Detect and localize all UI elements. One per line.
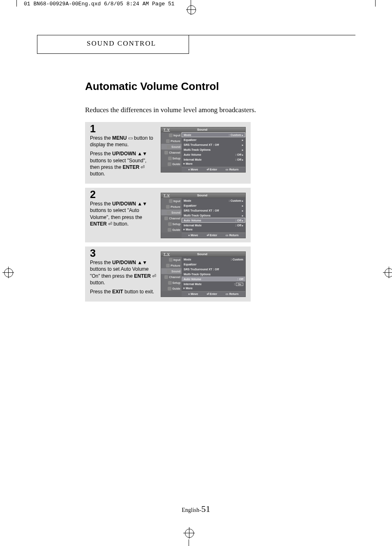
tv-header: T VSound bbox=[161, 252, 245, 257]
tv-sidebar-item[interactable]: Channel bbox=[161, 274, 182, 280]
sidebar-icon bbox=[168, 287, 171, 290]
sidebar-icon bbox=[169, 134, 173, 137]
tv-menu-row[interactable]: Equalizer bbox=[182, 262, 245, 267]
row-value: ▸ bbox=[242, 143, 243, 146]
tv-menu-panel: T VSoundInputPictureSoundChannelSetupGui… bbox=[161, 193, 246, 238]
tv-footer-hint: ⏎ Enter bbox=[207, 293, 217, 296]
chevron-right-icon: ▸ bbox=[242, 149, 243, 151]
tv-menu-row[interactable]: Internal Mute: Off ▸ bbox=[182, 223, 245, 228]
steps-container: 1Press the MENU ▭ button to display the … bbox=[85, 122, 251, 306]
tv-menu-row[interactable]: Multi-Track Options ▸ bbox=[182, 147, 245, 152]
tv-label: T V bbox=[164, 194, 170, 197]
tv-header: T VSound bbox=[161, 193, 245, 198]
tv-footer: ♦ Move⏎ Enter▭ Return bbox=[182, 233, 245, 238]
tv-menu-row[interactable]: Auto Volume: Off bbox=[182, 276, 245, 281]
tv-sidebar-item[interactable]: Input bbox=[161, 198, 182, 204]
row-value: : On bbox=[234, 283, 243, 286]
row-label: Auto Volume bbox=[184, 278, 201, 281]
tv-sidebar-item[interactable]: Picture bbox=[161, 138, 182, 144]
tv-footer-hint: ▭ Return bbox=[226, 293, 239, 296]
tv-menu-title: Sound bbox=[197, 252, 208, 256]
tv-menu-row[interactable]: Mode: Custom bbox=[182, 257, 245, 262]
step-number: 2 bbox=[90, 189, 157, 200]
tv-sidebar-item[interactable]: Input bbox=[161, 257, 182, 263]
tv-menu-panel: T VSoundInputPictureSoundChannelSetupGui… bbox=[161, 127, 246, 173]
row-value: ▸ bbox=[242, 214, 243, 217]
row-value: : Off bbox=[238, 278, 243, 281]
tv-menu-row[interactable]: Multi-Track Options bbox=[182, 272, 245, 276]
tv-sidebar-item[interactable]: Setup bbox=[161, 155, 182, 161]
tv-menu-row[interactable]: Mode: Custom ▸ bbox=[182, 132, 245, 137]
tv-sidebar-item[interactable]: Setup bbox=[161, 280, 182, 286]
tv-sidebar-item[interactable]: Sound bbox=[161, 144, 182, 150]
tv-footer-hint: ▭ Return bbox=[226, 168, 239, 171]
sidebar-icon bbox=[167, 270, 171, 273]
crop-line bbox=[16, 0, 17, 7]
chevron-right-icon: ▸ bbox=[242, 200, 243, 202]
tv-footer-hint: ♦ Move bbox=[188, 293, 198, 296]
tv-menu-row[interactable]: Auto Volume: Off ▸ bbox=[182, 218, 245, 223]
sidebar-icon bbox=[166, 264, 170, 267]
tv-sidebar-item[interactable]: Guide bbox=[161, 286, 182, 291]
sidebar-icon bbox=[168, 162, 171, 166]
sidebar-icon bbox=[164, 275, 168, 279]
chevron-right-icon: ▸ bbox=[242, 139, 243, 141]
step: 3Press the UP/DOWN ▲▼ buttons to set Aut… bbox=[85, 247, 251, 302]
chevron-right-icon: ▸ bbox=[242, 154, 243, 156]
section-title-box: SOUND CONTROL bbox=[37, 35, 189, 54]
tv-menu-row[interactable]: SRS TruSurround XT : Off ▸ bbox=[182, 208, 245, 213]
tv-menu-row[interactable]: Internal Mute: Off ▸ bbox=[182, 157, 245, 162]
tv-footer: ♦ Move⏎ Enter▭ Return bbox=[182, 291, 245, 297]
section-title: SOUND CONTROL bbox=[87, 39, 156, 47]
tv-sidebar-item[interactable]: Picture bbox=[161, 263, 182, 268]
sidebar-icon bbox=[167, 211, 171, 214]
tv-menu-row[interactable]: Equalizer ▸ bbox=[182, 137, 245, 142]
tv-menu-row[interactable]: Auto Volume: Off ▸ bbox=[182, 152, 245, 157]
tv-sidebar-item[interactable]: Input bbox=[161, 132, 182, 138]
tv-more[interactable]: ▾ More bbox=[182, 162, 245, 166]
row-label: Auto Volume bbox=[184, 153, 201, 156]
sidebar-icon bbox=[164, 217, 168, 220]
tv-content: Mode: Custom ▸Equalizer ▸SRS TruSurround… bbox=[182, 198, 245, 233]
tv-sidebar-item[interactable]: Channel bbox=[161, 150, 182, 155]
row-label: Multi-Track Options bbox=[184, 273, 210, 276]
tv-more[interactable]: ▾ More bbox=[182, 228, 245, 232]
row-value: : Off ▸ bbox=[235, 153, 243, 156]
tv-sidebar-item[interactable]: Picture bbox=[161, 204, 182, 210]
print-header: 01 BN68-00929A-00Eng.qxd 6/8/05 8:24 AM … bbox=[24, 1, 175, 7]
row-value: : Custom ▸ bbox=[229, 199, 243, 202]
tv-sidebar-item[interactable]: Setup bbox=[161, 221, 182, 227]
tv-menu-row[interactable]: SRS TruSurround XT : Off ▸ bbox=[182, 142, 245, 147]
tv-sidebar-item[interactable]: Guide bbox=[161, 227, 182, 233]
tv-menu-title: Sound bbox=[197, 194, 208, 197]
row-label: Internal Mute bbox=[184, 158, 202, 161]
row-value: : Off ▸ bbox=[235, 219, 243, 222]
tv-sidebar: InputPictureSoundChannelSetupGuide bbox=[161, 198, 182, 233]
row-value: : Custom ▸ bbox=[229, 134, 243, 136]
row-label: Equalizer bbox=[184, 138, 196, 141]
sidebar-icon bbox=[166, 139, 170, 143]
tv-sidebar-item[interactable]: Sound bbox=[161, 268, 182, 274]
step: 1Press the MENU ▭ button to display the … bbox=[85, 122, 251, 184]
row-value: ▸ bbox=[242, 209, 243, 212]
tv-menu-row[interactable]: Internal Mute: On bbox=[182, 281, 245, 286]
row-value: : Off ▸ bbox=[235, 224, 243, 227]
tv-menu-row[interactable]: Equalizer ▸ bbox=[182, 203, 245, 208]
tv-menu-row[interactable]: SRS TruSurround XT : Off bbox=[182, 267, 245, 272]
value-box: On bbox=[236, 283, 243, 286]
tv-footer-hint: ▭ Return bbox=[226, 234, 239, 237]
row-value: : Off ▸ bbox=[235, 158, 243, 161]
crop-mark-top bbox=[183, 0, 199, 12]
tv-content: Mode: CustomEqualizerSRS TruSurround XT … bbox=[182, 257, 245, 291]
tv-sidebar-item[interactable]: Guide bbox=[161, 161, 182, 167]
tv-more[interactable]: ▾ More bbox=[182, 286, 245, 290]
tv-menu-row[interactable]: Mode: Custom ▸ bbox=[182, 198, 245, 203]
crop-line bbox=[189, 539, 189, 546]
page-number-value: 51 bbox=[201, 504, 210, 514]
tv-menu-row[interactable]: Multi-Track Options ▸ bbox=[182, 213, 245, 218]
chevron-right-icon: ▸ bbox=[242, 210, 243, 212]
tv-sidebar-item[interactable]: Sound bbox=[161, 210, 182, 215]
tv-sidebar-item[interactable]: Channel bbox=[161, 215, 182, 221]
row-label: Internal Mute bbox=[184, 283, 202, 286]
sidebar-icon bbox=[169, 258, 173, 262]
